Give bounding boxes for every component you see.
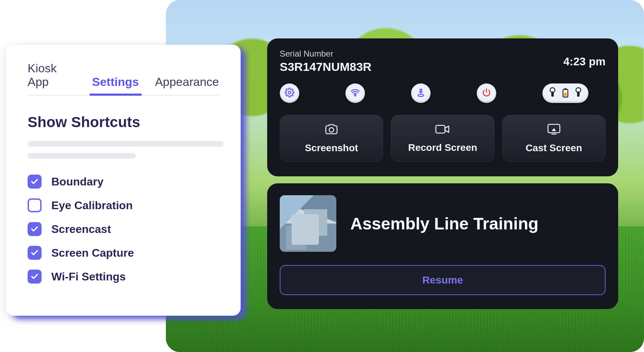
- checkmark-icon: [30, 177, 39, 186]
- settings-card: Kiosk App Settings Appearance Show Short…: [6, 45, 241, 316]
- wifi-icon: [350, 88, 360, 99]
- vr-quick-panel: Serial Number S3R147NUM83R 4:23 pm: [267, 38, 618, 176]
- controller-battery-status[interactable]: [542, 83, 588, 103]
- svg-rect-7: [564, 88, 566, 90]
- vr-resume-app-card: Assembly Line Training Resume: [267, 183, 618, 309]
- camera-icon: [324, 123, 338, 138]
- checkmark-icon: [30, 225, 39, 233]
- cast-icon: [547, 123, 561, 138]
- checkbox-row-eye-calibration[interactable]: Eye Calibration: [28, 198, 219, 212]
- checkbox-row-wifi-settings[interactable]: Wi-Fi Settings: [28, 270, 219, 284]
- record-screen-label: Record Screen: [408, 142, 477, 153]
- checkbox[interactable]: [28, 198, 42, 212]
- boundary-button[interactable]: [411, 83, 431, 103]
- cast-screen-button[interactable]: Cast Screen: [502, 115, 606, 162]
- checkbox-label: Eye Calibration: [51, 199, 133, 212]
- clock: 4:23 pm: [563, 55, 606, 68]
- checkbox-label: Screen Capture: [51, 247, 134, 259]
- tab-settings[interactable]: Settings: [92, 75, 139, 95]
- resume-button-label: Resume: [422, 274, 463, 286]
- settings-button[interactable]: [280, 83, 299, 103]
- serial-number-value: S3R147NUM83R: [280, 60, 606, 74]
- checkbox[interactable]: [28, 270, 42, 284]
- resume-button[interactable]: Resume: [280, 265, 606, 295]
- settings-tabs: Kiosk App Settings Appearance: [28, 61, 219, 96]
- checkmark-icon: [30, 249, 39, 257]
- checkbox-row-screencast[interactable]: Screencast: [28, 222, 219, 236]
- checkbox[interactable]: [28, 246, 42, 260]
- video-icon: [435, 124, 450, 137]
- record-screen-button[interactable]: Record Screen: [391, 115, 494, 162]
- cast-screen-label: Cast Screen: [526, 142, 582, 154]
- shortcut-checkbox-list: Boundary Eye Calibration Screencast Scre…: [28, 175, 219, 284]
- checkbox-label: Boundary: [51, 175, 103, 188]
- checkbox[interactable]: [28, 175, 42, 189]
- svg-point-11: [329, 127, 334, 132]
- screenshot-button[interactable]: Screenshot: [280, 115, 383, 162]
- checkbox-label: Screencast: [51, 223, 111, 236]
- checkmark-icon: [30, 272, 39, 281]
- settings-icon: [285, 88, 294, 99]
- app-thumbnail: [280, 195, 336, 252]
- app-title: Assembly Line Training: [350, 214, 539, 233]
- tab-kiosk-app[interactable]: Kiosk App: [28, 61, 76, 95]
- svg-rect-10: [577, 91, 580, 97]
- svg-point-1: [354, 95, 356, 96]
- battery-icon: [562, 87, 569, 99]
- controller-right-icon: [575, 87, 582, 99]
- svg-rect-8: [564, 93, 567, 96]
- svg-rect-12: [436, 125, 445, 133]
- serial-number-label: Serial Number: [280, 49, 606, 59]
- section-title-show-shortcuts: Show Shortcuts: [28, 114, 219, 131]
- checkbox-row-screen-capture[interactable]: Screen Capture: [28, 246, 219, 260]
- svg-rect-5: [551, 91, 554, 97]
- description-skeleton-line: [28, 153, 136, 159]
- checkbox[interactable]: [28, 222, 42, 236]
- svg-point-3: [418, 94, 424, 97]
- wifi-button[interactable]: [345, 83, 365, 103]
- checkbox-row-boundary[interactable]: Boundary: [28, 175, 219, 189]
- screenshot-label: Screenshot: [305, 142, 358, 154]
- controller-left-icon: [549, 87, 556, 99]
- power-button[interactable]: [477, 83, 496, 103]
- power-icon: [482, 88, 491, 99]
- svg-point-0: [288, 91, 291, 94]
- tab-appearance[interactable]: Appearance: [155, 75, 219, 95]
- checkbox-label: Wi-Fi Settings: [51, 270, 126, 283]
- boundary-icon: [416, 88, 426, 99]
- description-skeleton-line: [28, 141, 223, 147]
